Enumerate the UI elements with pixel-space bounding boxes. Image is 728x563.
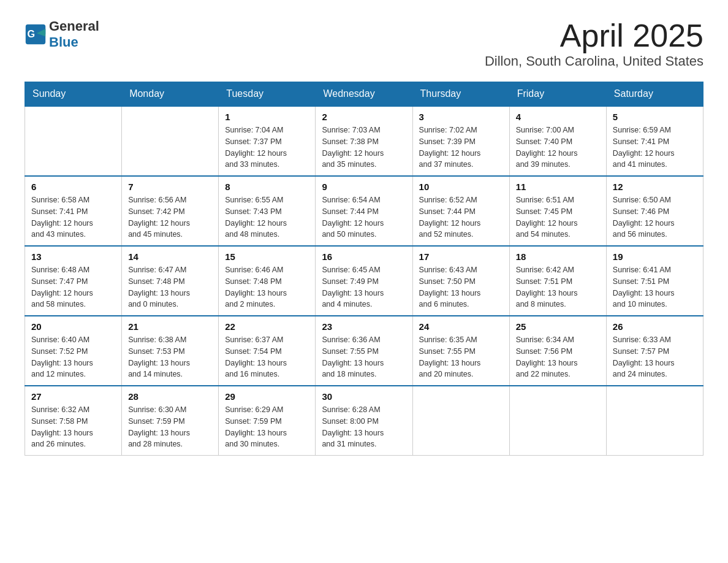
day-header-thursday: Thursday <box>412 82 509 107</box>
day-header-monday: Monday <box>122 82 219 107</box>
calendar-cell: 27Sunrise: 6:32 AMSunset: 7:58 PMDayligh… <box>25 386 122 456</box>
day-number: 15 <box>225 251 309 262</box>
day-info: Sunrise: 6:51 AMSunset: 7:45 PMDaylight:… <box>516 194 600 240</box>
calendar-cell: 15Sunrise: 6:46 AMSunset: 7:48 PMDayligh… <box>219 246 316 316</box>
day-number: 7 <box>128 182 212 192</box>
day-header-sunday: Sunday <box>25 82 122 107</box>
day-info: Sunrise: 6:33 AMSunset: 7:57 PMDaylight:… <box>613 334 697 380</box>
calendar-week-row: 27Sunrise: 6:32 AMSunset: 7:58 PMDayligh… <box>25 386 703 456</box>
day-info: Sunrise: 7:00 AMSunset: 7:40 PMDaylight:… <box>516 124 600 170</box>
day-number: 17 <box>419 251 503 262</box>
day-number: 14 <box>128 251 212 262</box>
day-info: Sunrise: 6:47 AMSunset: 7:48 PMDaylight:… <box>128 264 212 310</box>
day-number: 11 <box>516 182 600 192</box>
calendar-cell: 1Sunrise: 7:04 AMSunset: 7:37 PMDaylight… <box>219 106 316 176</box>
logo-text-general: General <box>49 18 99 34</box>
day-number: 8 <box>225 182 309 192</box>
day-number: 29 <box>225 391 309 402</box>
day-info: Sunrise: 6:48 AMSunset: 7:47 PMDaylight:… <box>31 264 115 310</box>
day-number: 20 <box>31 321 115 332</box>
calendar-cell: 6Sunrise: 6:58 AMSunset: 7:41 PMDaylight… <box>25 176 122 246</box>
day-number: 19 <box>613 251 697 262</box>
calendar-cell: 5Sunrise: 6:59 AMSunset: 7:41 PMDaylight… <box>606 106 703 176</box>
day-info: Sunrise: 7:04 AMSunset: 7:37 PMDaylight:… <box>225 124 309 170</box>
day-number: 9 <box>322 182 406 192</box>
calendar-cell: 18Sunrise: 6:42 AMSunset: 7:51 PMDayligh… <box>509 246 606 316</box>
calendar-cell: 13Sunrise: 6:48 AMSunset: 7:47 PMDayligh… <box>25 246 122 316</box>
calendar-cell: 8Sunrise: 6:55 AMSunset: 7:43 PMDaylight… <box>219 176 316 246</box>
day-info: Sunrise: 6:55 AMSunset: 7:43 PMDaylight:… <box>225 194 309 240</box>
calendar-cell <box>412 386 509 456</box>
day-number: 5 <box>613 112 697 122</box>
day-info: Sunrise: 6:56 AMSunset: 7:42 PMDaylight:… <box>128 194 212 240</box>
calendar-cell: 22Sunrise: 6:37 AMSunset: 7:54 PMDayligh… <box>219 316 316 386</box>
svg-text:G: G <box>28 28 36 39</box>
day-number: 6 <box>31 182 115 192</box>
day-number: 16 <box>322 251 406 262</box>
calendar-cell: 10Sunrise: 6:52 AMSunset: 7:44 PMDayligh… <box>412 176 509 246</box>
calendar-cell: 12Sunrise: 6:50 AMSunset: 7:46 PMDayligh… <box>606 176 703 246</box>
day-header-saturday: Saturday <box>606 82 703 107</box>
day-number: 23 <box>322 321 406 332</box>
calendar-cell: 14Sunrise: 6:47 AMSunset: 7:48 PMDayligh… <box>122 246 219 316</box>
calendar-cell: 20Sunrise: 6:40 AMSunset: 7:52 PMDayligh… <box>25 316 122 386</box>
calendar-cell <box>25 106 122 176</box>
day-info: Sunrise: 6:58 AMSunset: 7:41 PMDaylight:… <box>31 194 115 240</box>
day-number: 1 <box>225 112 309 122</box>
title-block: April 2025 Dillon, South Carolina, Unite… <box>485 18 703 69</box>
day-info: Sunrise: 6:28 AMSunset: 8:00 PMDaylight:… <box>322 404 406 450</box>
day-info: Sunrise: 7:03 AMSunset: 7:38 PMDaylight:… <box>322 124 406 170</box>
calendar-cell: 26Sunrise: 6:33 AMSunset: 7:57 PMDayligh… <box>606 316 703 386</box>
calendar-cell: 2Sunrise: 7:03 AMSunset: 7:38 PMDaylight… <box>316 106 412 176</box>
day-info: Sunrise: 6:37 AMSunset: 7:54 PMDaylight:… <box>225 334 309 380</box>
day-number: 18 <box>516 251 600 262</box>
calendar-week-row: 20Sunrise: 6:40 AMSunset: 7:52 PMDayligh… <box>25 316 703 386</box>
calendar-cell <box>606 386 703 456</box>
day-info: Sunrise: 6:38 AMSunset: 7:53 PMDaylight:… <box>128 334 212 380</box>
calendar-cell: 4Sunrise: 7:00 AMSunset: 7:40 PMDaylight… <box>509 106 606 176</box>
calendar-cell: 25Sunrise: 6:34 AMSunset: 7:56 PMDayligh… <box>509 316 606 386</box>
calendar-cell: 3Sunrise: 7:02 AMSunset: 7:39 PMDaylight… <box>412 106 509 176</box>
calendar-subtitle: Dillon, South Carolina, United States <box>485 53 703 69</box>
calendar-cell: 7Sunrise: 6:56 AMSunset: 7:42 PMDaylight… <box>122 176 219 246</box>
calendar-cell: 16Sunrise: 6:45 AMSunset: 7:49 PMDayligh… <box>316 246 412 316</box>
day-info: Sunrise: 6:40 AMSunset: 7:52 PMDaylight:… <box>31 334 115 380</box>
calendar-cell <box>122 106 219 176</box>
day-header-friday: Friday <box>509 82 606 107</box>
logo: G General Blue <box>25 18 99 50</box>
day-info: Sunrise: 6:59 AMSunset: 7:41 PMDaylight:… <box>613 124 697 170</box>
calendar-cell: 28Sunrise: 6:30 AMSunset: 7:59 PMDayligh… <box>122 386 219 456</box>
page-header: G General Blue April 2025 Dillon, South … <box>25 18 703 69</box>
day-info: Sunrise: 6:30 AMSunset: 7:59 PMDaylight:… <box>128 404 212 450</box>
day-info: Sunrise: 6:52 AMSunset: 7:44 PMDaylight:… <box>419 194 503 240</box>
calendar-cell: 30Sunrise: 6:28 AMSunset: 8:00 PMDayligh… <box>316 386 412 456</box>
calendar-cell: 19Sunrise: 6:41 AMSunset: 7:51 PMDayligh… <box>606 246 703 316</box>
day-info: Sunrise: 7:02 AMSunset: 7:39 PMDaylight:… <box>419 124 503 170</box>
day-info: Sunrise: 6:43 AMSunset: 7:50 PMDaylight:… <box>419 264 503 310</box>
day-info: Sunrise: 6:46 AMSunset: 7:48 PMDaylight:… <box>225 264 309 310</box>
calendar-cell: 9Sunrise: 6:54 AMSunset: 7:44 PMDaylight… <box>316 176 412 246</box>
calendar-cell: 21Sunrise: 6:38 AMSunset: 7:53 PMDayligh… <box>122 316 219 386</box>
day-number: 3 <box>419 112 503 122</box>
calendar-week-row: 1Sunrise: 7:04 AMSunset: 7:37 PMDaylight… <box>25 106 703 176</box>
day-number: 30 <box>322 391 406 402</box>
day-number: 27 <box>31 391 115 402</box>
day-info: Sunrise: 6:36 AMSunset: 7:55 PMDaylight:… <box>322 334 406 380</box>
day-header-tuesday: Tuesday <box>219 82 316 107</box>
calendar-cell: 29Sunrise: 6:29 AMSunset: 7:59 PMDayligh… <box>219 386 316 456</box>
day-header-wednesday: Wednesday <box>316 82 412 107</box>
logo-text-blue: Blue <box>49 34 78 50</box>
calendar-week-row: 13Sunrise: 6:48 AMSunset: 7:47 PMDayligh… <box>25 246 703 316</box>
day-info: Sunrise: 6:50 AMSunset: 7:46 PMDaylight:… <box>613 194 697 240</box>
calendar-week-row: 6Sunrise: 6:58 AMSunset: 7:41 PMDaylight… <box>25 176 703 246</box>
calendar-cell: 17Sunrise: 6:43 AMSunset: 7:50 PMDayligh… <box>412 246 509 316</box>
day-number: 10 <box>419 182 503 192</box>
calendar-cell: 11Sunrise: 6:51 AMSunset: 7:45 PMDayligh… <box>509 176 606 246</box>
calendar-table: SundayMondayTuesdayWednesdayThursdayFrid… <box>25 82 703 456</box>
day-number: 24 <box>419 321 503 332</box>
calendar-cell: 23Sunrise: 6:36 AMSunset: 7:55 PMDayligh… <box>316 316 412 386</box>
calendar-title: April 2025 <box>485 18 703 53</box>
calendar-cell <box>509 386 606 456</box>
day-number: 21 <box>128 321 212 332</box>
day-info: Sunrise: 6:32 AMSunset: 7:58 PMDaylight:… <box>31 404 115 450</box>
